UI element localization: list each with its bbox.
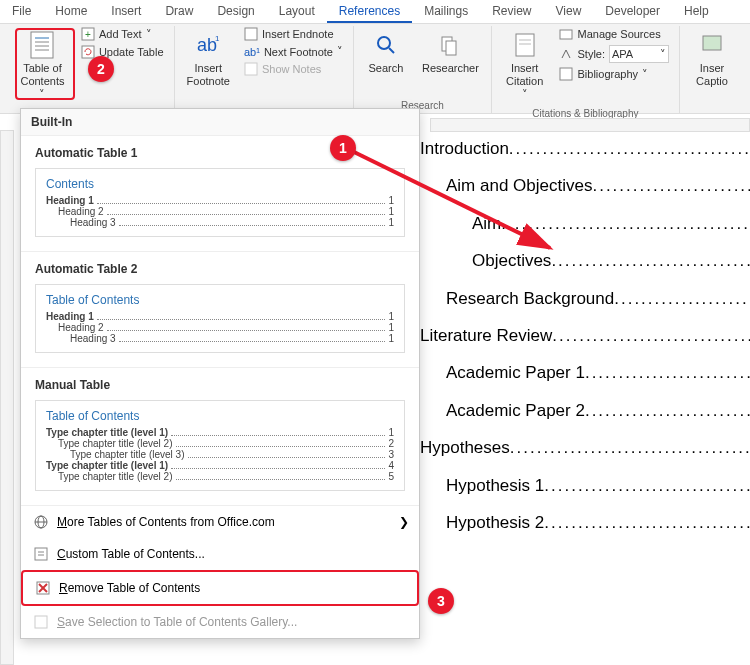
custom-toc[interactable]: Custom Table of Contents... <box>21 538 419 570</box>
search-button[interactable]: Search <box>360 26 412 79</box>
preview-row: Heading 11 <box>46 195 394 206</box>
svg-rect-25 <box>35 548 47 560</box>
ribbon-group-footnotes: ab1 InsertFootnote Insert Endnote ab¹ Ne… <box>175 26 354 113</box>
gallery-preview: Table of ContentsType chapter title (lev… <box>35 400 405 491</box>
gallery-item[interactable]: Manual TableTable of ContentsType chapte… <box>21 368 419 506</box>
vertical-ruler <box>0 130 14 665</box>
update-table-button[interactable]: Update Table <box>77 44 168 60</box>
gallery-item-title: Automatic Table 2 <box>35 262 405 276</box>
svg-rect-0 <box>31 32 53 58</box>
menu-review[interactable]: Review <box>480 0 543 23</box>
menu-view[interactable]: View <box>544 0 594 23</box>
doc-heading: Research Background ....................… <box>420 280 750 317</box>
custom-toc-icon <box>33 546 49 562</box>
menu-draw[interactable]: Draw <box>153 0 205 23</box>
menu-design[interactable]: Design <box>205 0 266 23</box>
doc-heading: Hypothesis 1 ...........................… <box>420 467 750 504</box>
endnote-icon <box>244 27 258 41</box>
gallery-preview: Table of ContentsHeading 11Heading 21Hea… <box>35 284 405 353</box>
preview-title: Table of Contents <box>46 293 394 307</box>
svg-rect-19 <box>560 30 572 39</box>
show-notes-button[interactable]: Show Notes <box>240 61 347 77</box>
gallery-item[interactable]: Automatic Table 2Table of ContentsHeadin… <box>21 252 419 368</box>
doc-heading: Academic Paper 2 .......................… <box>420 392 750 429</box>
preview-row: Type chapter title (level 2)2 <box>46 438 394 449</box>
doc-heading: Aim ....................................… <box>420 205 750 242</box>
remove-toc[interactable]: Remove Table of Contents <box>21 570 419 606</box>
menu-home[interactable]: Home <box>43 0 99 23</box>
svg-line-13 <box>389 48 394 53</box>
insert-citation-button[interactable]: InsertCitation ˅ <box>498 26 552 106</box>
preview-row: Type chapter title (level 2)5 <box>46 471 394 482</box>
custom-toc-label: Custom Table of Contents... <box>57 547 205 561</box>
table-of-contents-button[interactable]: Table ofContents ˅ <box>12 26 73 106</box>
menu-bar: File Home Insert Draw Design Layout Refe… <box>0 0 750 24</box>
preview-title: Contents <box>46 177 394 191</box>
insert-endnote-button[interactable]: Insert Endnote <box>240 26 347 42</box>
more-toc-online[interactable]: More Tables of Contents from Office.com … <box>21 506 419 538</box>
doc-heading: Objectives .............................… <box>420 242 750 279</box>
update-table-icon <box>81 45 95 59</box>
svg-rect-10 <box>245 28 257 40</box>
svg-rect-7 <box>82 46 94 58</box>
document-preview: Introduction ...........................… <box>420 130 750 541</box>
svg-rect-31 <box>35 616 47 628</box>
toc-gallery: Automatic Table 1ContentsHeading 11Headi… <box>21 136 419 506</box>
toc-dropdown: Built-In Automatic Table 1ContentsHeadin… <box>20 108 420 639</box>
footnote-icon: ab1 <box>194 30 222 60</box>
style-select[interactable]: APA˅ <box>609 45 669 63</box>
insert-footnote-button[interactable]: ab1 InsertFootnote <box>181 26 236 92</box>
doc-heading: Hypotheses .............................… <box>420 429 750 466</box>
menu-mailings[interactable]: Mailings <box>412 0 480 23</box>
menu-insert[interactable]: Insert <box>99 0 153 23</box>
menu-file[interactable]: File <box>0 0 43 23</box>
add-text-button[interactable]: + Add Text ˅ <box>77 26 168 42</box>
update-table-label: Update Table <box>99 46 164 58</box>
save-selection-label: Save Selection to Table of Contents Gall… <box>57 615 297 629</box>
insert-caption-label: InserCaptio <box>696 62 728 88</box>
insert-endnote-label: Insert Endnote <box>262 28 334 40</box>
style-label: Style: <box>577 48 605 60</box>
menu-layout[interactable]: Layout <box>267 0 327 23</box>
bibliography-label: Bibliography <box>577 68 638 80</box>
add-text-icon: + <box>81 27 95 41</box>
bibliography-button[interactable]: Bibliography ˅ <box>555 66 673 82</box>
preview-row: Type chapter title (level 3)3 <box>46 449 394 460</box>
chevron-right-icon: ❯ <box>399 515 409 529</box>
save-selection-toc: Save Selection to Table of Contents Gall… <box>21 606 419 638</box>
save-gallery-icon <box>33 614 49 630</box>
more-toc-label: More Tables of Contents from Office.com <box>57 515 275 529</box>
preview-title: Table of Contents <box>46 409 394 423</box>
menu-help[interactable]: Help <box>672 0 721 23</box>
svg-rect-20 <box>560 68 572 80</box>
svg-rect-21 <box>703 36 721 50</box>
preview-row: Type chapter title (level 1)1 <box>46 427 394 438</box>
insert-footnote-label: InsertFootnote <box>187 62 230 88</box>
next-footnote-button[interactable]: ab¹ Next Footnote ˅ <box>240 44 347 59</box>
toc-icon <box>28 30 56 60</box>
insert-citation-label: InsertCitation ˅ <box>504 62 546 102</box>
gallery-item[interactable]: Automatic Table 1ContentsHeading 11Headi… <box>21 136 419 252</box>
show-notes-icon <box>244 62 258 76</box>
citation-icon <box>511 30 539 60</box>
callout-3: 3 <box>428 588 454 614</box>
ribbon-group-captions: InserCaptio <box>680 26 744 113</box>
insert-caption-button[interactable]: InserCaptio <box>686 26 738 92</box>
menu-developer[interactable]: Developer <box>593 0 672 23</box>
svg-point-12 <box>378 37 390 49</box>
style-button[interactable]: Style: APA˅ <box>555 44 673 64</box>
next-footnote-label: Next Footnote <box>264 46 333 58</box>
dropdown-builtin-header: Built-In <box>21 109 419 136</box>
manage-sources-button[interactable]: Manage Sources <box>555 26 673 42</box>
add-text-label: Add Text <box>99 28 142 40</box>
preview-row: Heading 21 <box>46 206 394 217</box>
doc-heading: Aim and Objectives .....................… <box>420 167 750 204</box>
preview-row: Heading 11 <box>46 311 394 322</box>
remove-toc-icon <box>35 580 51 596</box>
researcher-button[interactable]: Researcher <box>416 26 485 79</box>
preview-row: Heading 31 <box>46 217 394 228</box>
gallery-preview: ContentsHeading 11Heading 21Heading 31 <box>35 168 405 237</box>
gallery-item-title: Manual Table <box>35 378 405 392</box>
doc-heading: Introduction ...........................… <box>420 130 750 167</box>
menu-references[interactable]: References <box>327 0 412 23</box>
